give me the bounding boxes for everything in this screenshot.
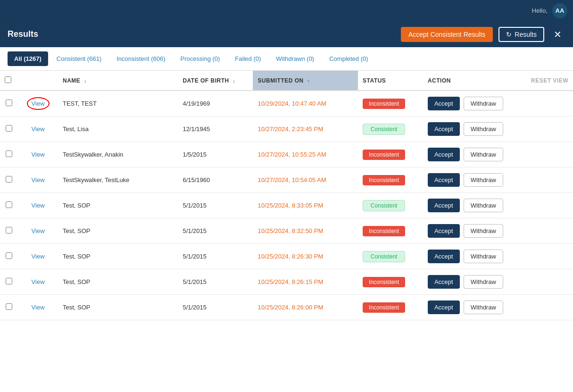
header-view-cell <box>18 71 58 91</box>
row-submitted: 10/25/2024, 8:26:15 PM <box>253 269 358 295</box>
tab-withdrawn[interactable]: Withdrawn (0) <box>269 51 321 66</box>
row-submitted: 10/27/2024, 10:54:05 AM <box>253 167 358 193</box>
view-link[interactable]: View <box>32 202 45 209</box>
tab-processing[interactable]: Processing (0) <box>174 51 227 66</box>
view-link[interactable]: View <box>32 125 45 133</box>
table-row: View Test, Lisa 12/1/1945 10/27/2024, 2:… <box>0 117 573 142</box>
row-dob: 5/1/2015 <box>178 244 253 269</box>
tab-failed[interactable]: Failed (0) <box>228 51 267 66</box>
withdraw-button[interactable]: Withdraw <box>464 97 503 110</box>
row-dob: 5/1/2015 <box>178 269 253 295</box>
row-checkbox[interactable] <box>6 125 12 132</box>
close-button[interactable]: ✕ <box>550 27 565 42</box>
view-link[interactable]: View <box>32 304 45 311</box>
row-view-cell: View <box>18 91 58 117</box>
row-dob: 12/1/1945 <box>178 117 253 142</box>
row-checkbox[interactable] <box>6 176 12 183</box>
tab-all[interactable]: All (1267) <box>8 51 48 66</box>
table-row: View TestSkywalker, Anakin 1/5/2015 10/2… <box>0 142 573 167</box>
row-name: Test, SOP <box>58 244 178 269</box>
withdraw-button[interactable]: Withdraw <box>464 275 503 289</box>
row-checkbox-cell <box>0 218 18 244</box>
row-status: Inconsistent <box>358 142 423 167</box>
action-buttons: Accept Withdraw <box>428 300 518 314</box>
tab-inconsistent[interactable]: Inconsistent (606) <box>110 51 172 66</box>
row-view-cell: View <box>18 193 58 218</box>
submitted-sort-icon: ↑ <box>307 78 310 83</box>
row-checkbox-cell <box>0 244 18 269</box>
accept-button[interactable]: Accept <box>428 122 460 136</box>
withdraw-button[interactable]: Withdraw <box>464 148 503 161</box>
view-link-circled[interactable]: View <box>27 97 50 110</box>
withdraw-button[interactable]: Withdraw <box>464 300 503 314</box>
row-action: Accept Withdraw <box>423 244 523 269</box>
row-view-cell: View <box>18 167 58 193</box>
accept-button[interactable]: Accept <box>428 97 460 110</box>
row-action: Accept Withdraw <box>423 117 523 142</box>
page-title: Results <box>8 29 395 39</box>
row-extra <box>523 142 573 167</box>
accept-consistent-button[interactable]: Accept Consistent Results <box>401 27 493 42</box>
row-action: Accept Withdraw <box>423 142 523 167</box>
row-checkbox[interactable] <box>6 278 12 284</box>
row-checkbox-cell <box>0 167 18 193</box>
tab-consistent[interactable]: Consistent (661) <box>50 51 108 66</box>
select-all-checkbox[interactable] <box>5 76 11 83</box>
row-checkbox[interactable] <box>6 303 12 310</box>
row-checkbox[interactable] <box>6 227 12 234</box>
accept-button[interactable]: Accept <box>428 250 460 263</box>
accept-button[interactable]: Accept <box>428 300 460 314</box>
accept-button[interactable]: Accept <box>428 148 460 161</box>
row-dob: 5/1/2015 <box>178 193 253 218</box>
status-badge: Consistent <box>363 200 405 211</box>
accept-button[interactable]: Accept <box>428 224 460 238</box>
row-status: Inconsistent <box>358 91 423 117</box>
row-checkbox[interactable] <box>6 150 12 157</box>
row-name: Test, SOP <box>58 193 178 218</box>
reset-view-link[interactable]: Reset view <box>531 77 568 84</box>
view-link[interactable]: View <box>32 253 45 260</box>
row-dob: 1/5/2015 <box>178 142 253 167</box>
header-dob-cell[interactable]: DATE OF BIRTH ↓ <box>178 71 253 91</box>
action-buttons: Accept Withdraw <box>428 224 518 238</box>
accept-button[interactable]: Accept <box>428 275 460 289</box>
row-status: Inconsistent <box>358 295 423 320</box>
results-button[interactable]: ↻ Results <box>498 27 544 42</box>
header-submitted-cell[interactable]: SUBMITTED ON ↑ <box>253 71 358 91</box>
row-extra <box>523 167 573 193</box>
status-badge: Inconsistent <box>363 277 405 287</box>
view-link[interactable]: View <box>32 227 45 234</box>
table-header-row: NAME ↓ DATE OF BIRTH ↓ SUBMITTED ON ↑ ST… <box>0 71 573 91</box>
tabs-bar: All (1267)Consistent (661)Inconsistent (… <box>0 47 573 71</box>
row-checkbox-cell <box>0 193 18 218</box>
withdraw-button[interactable]: Withdraw <box>464 199 503 212</box>
row-status: Consistent <box>358 193 423 218</box>
row-name: Test, SOP <box>58 218 178 244</box>
accept-button[interactable]: Accept <box>428 173 460 187</box>
row-view-cell: View <box>18 269 58 295</box>
tab-completed[interactable]: Completed (0) <box>323 51 374 66</box>
view-link[interactable]: View <box>32 151 45 158</box>
row-submitted: 10/25/2024, 8:32:50 PM <box>253 218 358 244</box>
row-action: Accept Withdraw <box>423 295 523 320</box>
accept-button[interactable]: Accept <box>428 199 460 212</box>
header-status-cell: STATUS <box>358 71 423 91</box>
table-row: View Test, SOP 5/1/2015 10/25/2024, 8:26… <box>0 269 573 295</box>
user-avatar[interactable]: AA <box>552 3 567 18</box>
withdraw-button[interactable]: Withdraw <box>464 173 503 187</box>
top-bar: Hello, AA <box>0 0 573 21</box>
row-submitted: 10/27/2024, 10:55:25 AM <box>253 142 358 167</box>
withdraw-button[interactable]: Withdraw <box>464 122 503 136</box>
withdraw-button[interactable]: Withdraw <box>464 250 503 263</box>
withdraw-button[interactable]: Withdraw <box>464 224 503 238</box>
row-checkbox[interactable] <box>6 252 12 259</box>
action-buttons: Accept Withdraw <box>428 275 518 289</box>
action-buttons: Accept Withdraw <box>428 250 518 263</box>
view-link[interactable]: View <box>32 278 45 285</box>
header-name-cell[interactable]: NAME ↓ <box>58 71 178 91</box>
view-link[interactable]: View <box>32 176 45 183</box>
row-status: Consistent <box>358 117 423 142</box>
row-checkbox[interactable] <box>6 100 12 106</box>
row-extra <box>523 91 573 117</box>
row-checkbox[interactable] <box>6 201 12 208</box>
